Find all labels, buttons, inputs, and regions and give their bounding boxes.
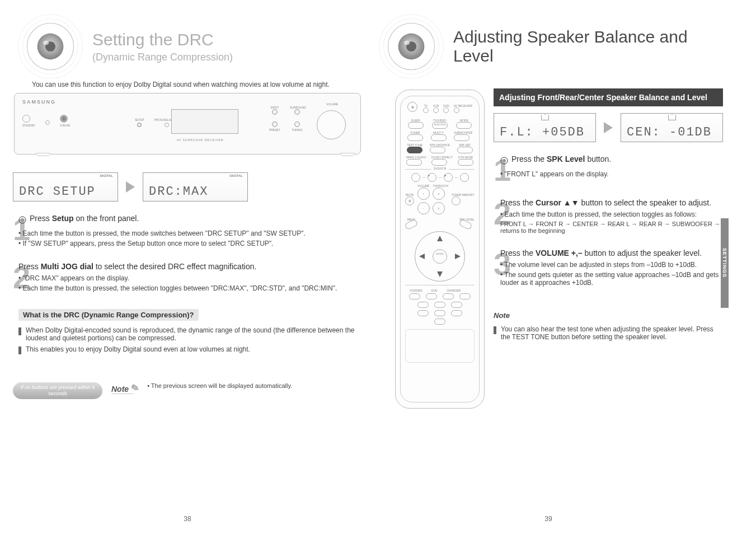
step-1: 1 Press the SPK Level button. • "FRONT L…	[494, 154, 723, 186]
step-2: 2 Press Multi JOG dial to select the des…	[13, 262, 360, 294]
channel-up-icon: ∧	[433, 188, 445, 200]
vfd2-text: DRC:MAX	[149, 185, 208, 199]
vfd-display-1: DIGITAL DRC SETUP	[13, 172, 118, 202]
vfd-display-1: F.L: +05DB	[494, 113, 596, 142]
cursor-nav-icon: ENTER	[415, 231, 465, 282]
vfd-display-2: CEN: -01DB	[621, 113, 723, 142]
play-pause-icon: ▶	[444, 173, 453, 182]
note-icon: Note✎	[111, 382, 138, 394]
power-icon: ⏻	[407, 102, 417, 112]
right-body: Adjusting Front/Rear/Center Speaker Bala…	[494, 87, 723, 344]
page-right: Adjusting Speaker Balance and Level ⏻ TV…	[369, 0, 727, 526]
step-2: 2 Press the Cursor ▲▼ button to select t…	[494, 198, 723, 236]
arrow-right-icon	[126, 181, 135, 193]
volume-down-icon: −	[417, 202, 430, 214]
note-row: If no buttons are pressed within 5 secon…	[13, 382, 360, 399]
bar-icon	[18, 346, 21, 354]
arrow-right-icon	[604, 122, 613, 133]
note-block: Note You can also hear the test tone whe…	[494, 311, 723, 341]
page-left: Setting the DRC (Dynamic Range Compressi…	[8, 0, 367, 526]
speaker-icon	[14, 10, 87, 83]
knob-icon	[500, 157, 508, 165]
step-1: 1 Press Setup on the front panel. • Each…	[13, 214, 360, 250]
title-main: Adjusting Speaker Balance and Level	[453, 27, 688, 65]
next-icon	[460, 173, 469, 182]
segment-icon	[541, 115, 549, 120]
segment-icon	[668, 115, 676, 120]
step-3: 3 Press the VOLUME +,– button to adjust …	[494, 249, 723, 289]
prev-icon	[411, 173, 420, 182]
drc-highlight-title: What is the DRC (Dynamic Range Compressi…	[18, 309, 199, 321]
title-main: Setting the DRC	[92, 30, 214, 49]
svg-point-13	[404, 41, 410, 45]
section-header: Adjusting Front/Rear/Center Speaker Bala…	[494, 88, 723, 106]
title-row: Adjusting Speaker Balance and Level	[375, 10, 722, 83]
volume-up-icon: ＋	[417, 188, 430, 200]
vfd-display-2: DIGITAL DRC:MAX	[143, 172, 248, 202]
drc-highlight-list: When Dolby Digital-encoded sound is repr…	[18, 326, 360, 354]
left-body: DIGITAL DRC SETUP DIGITAL DRC:MAX 1 Pres…	[13, 168, 360, 399]
bar-icon	[494, 326, 496, 334]
note-pill: If no buttons are pressed within 5 secon…	[13, 382, 102, 399]
vfd1-text: F.L: +05DB	[500, 125, 585, 139]
up-down-arrow-icon: ▲▼	[564, 198, 579, 207]
note-text: • The previous screen will be displayed …	[147, 382, 292, 389]
svg-point-15	[503, 159, 506, 162]
svg-point-7	[21, 218, 24, 222]
receiver-illustration: SAMSUNG STANDBY S BASS SETUP PROG/SEL/DR…	[14, 93, 361, 154]
vfd1-text: DRC SETUP	[19, 185, 96, 199]
page-number: 39	[544, 515, 552, 523]
page-number: 38	[184, 515, 191, 523]
stop-icon: ■	[428, 173, 436, 182]
page-title: Setting the DRC (Dynamic Range Compressi…	[92, 30, 233, 63]
brand-label: SAMSUNG	[22, 99, 353, 105]
remote-illustration: ⏻ TV VCR DVD AV RECEIVER SLEEP TV/VIDEOF…	[395, 90, 485, 409]
side-tab: SETTINGS	[721, 218, 729, 308]
knob-icon	[18, 216, 26, 224]
note-title: Note	[494, 311, 723, 320]
volume-dial-icon	[317, 110, 346, 139]
bar-icon	[18, 327, 21, 335]
page-title: Adjusting Speaker Balance and Level	[453, 27, 722, 65]
channel-down-icon: ∨	[433, 202, 445, 214]
title-row: Setting the DRC (Dynamic Range Compressi…	[14, 10, 361, 83]
speaker-icon	[375, 10, 448, 83]
title-sub: (Dynamic Range Compression)	[92, 51, 233, 63]
svg-point-5	[43, 41, 49, 45]
vfd2-text: CEN: -01DB	[627, 125, 712, 139]
